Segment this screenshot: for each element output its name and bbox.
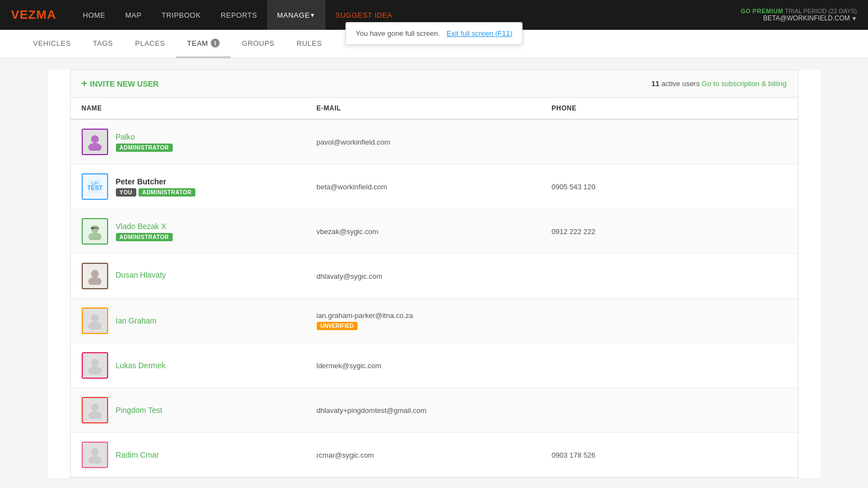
svg-point-6 [88,232,102,240]
col-name: NAME [82,104,317,112]
user-info: Dusan Hlavaty [116,270,166,282]
user-name[interactable]: Peter Butcher [116,177,196,186]
svg-point-14 [88,367,102,374]
main-content: INVITE NEW USER 11 active users Go to su… [48,70,821,478]
user-cell: Dusan Hlavaty [82,263,317,289]
badges: ADMINISTRATOR [116,144,173,152]
svg-point-13 [91,359,99,367]
user-cell: Palko ADMINISTRATOR [82,129,317,155]
user-cell: Ian Graham [82,307,317,334]
you-badge: YOU [116,188,136,197]
subnav-vehicles[interactable]: VEHICLES [22,30,82,58]
table-row: Palko ADMINISTRATOR pavol@workinfield.co… [71,120,798,165]
user-cell: Pingdom Test [82,397,317,423]
table-row: Pingdom Test dhlavaty+pingdomtest@gmail.… [71,388,798,433]
billing-link[interactable]: Go to subscription & billing [702,79,787,88]
phone-cell: 0903 178 526 [552,451,787,459]
user-email-dropdown[interactable]: BETA@WORKINFIELD.COM [763,14,857,22]
subnav-groups[interactable]: GROUPS [231,30,285,58]
badges: YOU ADMINISTRATOR [116,188,196,197]
trial-period-label: TRIAL PERIOD (22 DAYS) [785,8,857,14]
user-info: Lukas Dermek [116,361,166,370]
user-cell: Radim Cmar [82,442,317,468]
admin-badge: ADMINISTRATOR [116,233,173,241]
table-row: Vlado Bezak X ADMINISTRATOR vbezak@sygic… [71,209,798,254]
phone-cell: 0905 543 120 [552,183,787,191]
logo-text: EZMA [20,8,56,22]
badges: ADMINISTRATOR [116,233,173,241]
nav-reports[interactable]: REPORTS [211,0,267,30]
svg-point-11 [91,314,99,322]
svg-point-17 [91,448,99,456]
person-icon [86,133,104,151]
subnav-tags[interactable]: TAGS [82,30,124,58]
avatar [82,307,108,334]
email-cell: dhlavaty@sygic.com [317,272,552,280]
user-info: Ian Graham [116,316,157,325]
avatar [82,129,108,155]
svg-text:UP: UP [91,181,98,186]
fullscreen-message: You have gone full screen. [356,29,440,38]
email-cell: ldermek@sygic.com [317,362,552,370]
user-name[interactable]: Pingdom Test [116,406,163,415]
user-info: Peter Butcher YOU ADMINISTRATOR [116,177,196,197]
user-name[interactable]: Lukas Dermek [116,361,166,370]
table-row: Radim Cmar rcmar@sygic.com 0903 178 526 [71,433,798,478]
person-icon [86,222,104,240]
user-name[interactable]: Ian Graham [116,316,157,325]
phone-cell: 0912 222 222 [552,227,787,236]
avatar [82,397,108,423]
invite-bar: INVITE NEW USER 11 active users Go to su… [70,70,798,98]
app-logo[interactable]: VEZMA [11,8,56,22]
email-cell: rcmar@sygic.com [317,451,552,459]
team-info-icon: i [211,39,220,47]
premium-status: GO PREMIUM TRIAL PERIOD (22 DAYS) [741,8,857,14]
svg-point-9 [91,270,99,278]
top-navigation: VEZMA HOME MAP TRIPBOOK REPORTS MANAGE ▼… [0,0,868,30]
col-email: E-MAIL [317,104,552,112]
table-row: Dusan Hlavaty dhlavaty@sygic.com [71,254,798,299]
person-icon [86,357,104,374]
user-name[interactable]: Dusan Hlavaty [116,270,166,279]
person-icon [86,312,104,330]
svg-rect-8 [90,227,99,229]
active-users-info: 11 active users Go to subscription & bil… [651,79,786,88]
invite-new-user-button[interactable]: INVITE NEW USER [82,78,159,89]
person-icon: TEST UP [86,178,104,195]
svg-point-1 [88,143,102,151]
email-cell: ian.graham-parker@itna.co.za UNVERIFIED [317,311,552,330]
admin-badge: ADMINISTRATOR [116,144,173,152]
active-count: 11 [651,79,659,88]
subnav-team[interactable]: TEAM i [176,30,231,58]
subnav-rules[interactable]: RULES [286,30,333,58]
go-premium-label[interactable]: GO PREMIUM [741,8,783,14]
user-name[interactable]: Radim Cmar [116,450,159,459]
person-icon [86,446,104,464]
col-phone: PHONE [552,104,787,112]
fullscreen-tooltip: You have gone full screen. Exit full scr… [345,22,523,45]
nav-tripbook[interactable]: TRIPBOOK [152,0,211,30]
user-info: Vlado Bezak X ADMINISTRATOR [116,222,173,241]
email-cell: dhlavaty+pingdomtest@gmail.com [317,406,552,415]
svg-point-16 [88,411,102,419]
svg-point-0 [91,135,99,143]
nav-manage[interactable]: MANAGE ▼ [267,0,326,30]
person-icon [86,267,104,285]
email-cell: pavol@workinfield.com [317,138,552,146]
avatar [82,442,108,468]
table-row: TEST UP Peter Butcher YOU ADMINISTRATOR … [71,165,798,209]
user-info: Radim Cmar [116,450,159,459]
user-name[interactable]: Vlado Bezak X [116,222,173,231]
user-info: Pingdom Test [116,406,163,415]
svg-point-10 [88,277,102,285]
table-row: Ian Graham ian.graham-parker@itna.co.za … [71,299,798,343]
nav-map[interactable]: MAP [115,0,152,30]
nav-home[interactable]: HOME [73,0,115,30]
subnav-places[interactable]: PLACES [124,30,176,58]
user-name[interactable]: Palko [116,132,173,141]
admin-badge: ADMINISTRATOR [139,188,195,197]
exit-fullscreen-link[interactable]: Exit full screen (F11) [446,29,512,38]
email-cell: vbezak@sygic.com [317,227,552,236]
team-table: NAME E-MAIL PHONE Palko ADMINISTRATOR [70,98,798,478]
user-cell: Vlado Bezak X ADMINISTRATOR [82,218,317,245]
